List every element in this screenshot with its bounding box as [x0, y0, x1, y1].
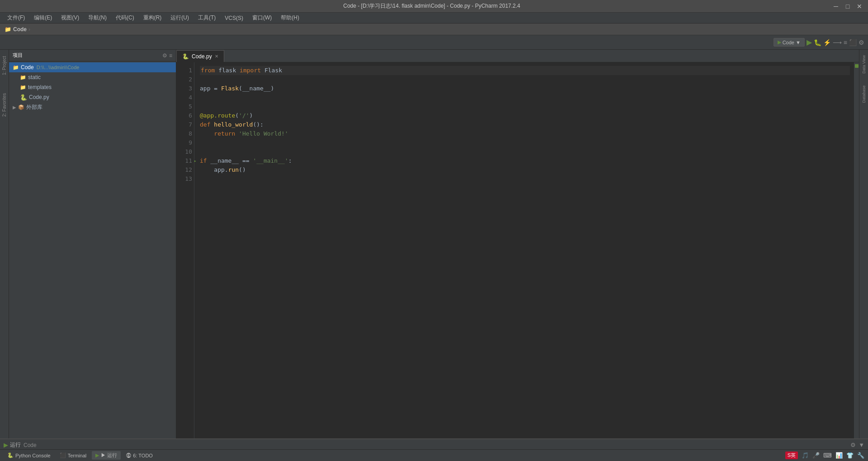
data-view-tab[interactable]: Data View	[861, 52, 867, 77]
bottom-panel-tabs: ▶ 运行 Code	[4, 441, 37, 449]
menu-view[interactable]: 视图(V)	[57, 13, 83, 23]
python-console-label: Python Console	[15, 453, 51, 458]
keyword-return: return	[214, 129, 235, 138]
tree-item-code-py[interactable]: 🐍 Code.py	[9, 92, 176, 102]
todo-label: 6: TODO	[133, 453, 153, 458]
stop-button[interactable]: ⬛	[849, 39, 857, 46]
tree-item-static[interactable]: 📁 static	[9, 72, 176, 82]
panel-collapse-icon[interactable]: ≡	[169, 52, 172, 59]
editor-tab-code-py[interactable]: 🐍 Code.py ✕	[176, 50, 224, 62]
menu-tools[interactable]: 工具(T)	[194, 13, 219, 23]
code-py-icon: 🐍	[20, 94, 27, 101]
line-num-2: 2	[178, 75, 192, 84]
debug-button[interactable]: 🐛	[814, 39, 821, 46]
line-numbers: 1 2 3 4 5 6 7 8 9 10 11 12 13	[176, 62, 194, 438]
run-panel-label[interactable]: 运行	[10, 441, 21, 449]
ime-icon-2[interactable]: 🎤	[812, 452, 820, 459]
run-tab[interactable]: ▶ ▶ 运行	[92, 451, 121, 460]
toolbar-btn-b[interactable]: ≡	[844, 39, 847, 46]
menu-window[interactable]: 窗口(W)	[249, 13, 275, 23]
run-tab-icon-taskbar: ▶	[95, 452, 99, 458]
menu-navigate[interactable]: 导航(N)	[85, 13, 110, 23]
str-hello-world: 'Hello World!'	[239, 129, 288, 138]
static-folder-name: static	[28, 74, 41, 80]
str-main: '__main__'	[253, 156, 288, 165]
ime-icon-5[interactable]: 👕	[846, 452, 854, 459]
keyword-from: from	[201, 66, 215, 75]
line-num-3: 3	[178, 84, 192, 93]
code-line-1: from flask import Flask	[200, 66, 850, 75]
decorator-route: @app.route	[200, 111, 235, 120]
tree-item-templates[interactable]: 📁 templates	[9, 82, 176, 92]
root-path: D:\\...\\admin\\Code	[37, 65, 80, 70]
run-config-selector[interactable]: ▶ Code ▼	[774, 38, 805, 47]
code-line-11: ▶ if __name__ == '__main__' :	[200, 156, 850, 165]
file-tree: 📁 Code D:\\...\\admin\\Code 📁 static 📁 t…	[9, 61, 176, 438]
toolbar: ▶ Code ▼ ▶ 🐛 ⚡ ⟶ ≡ ⬛ ⚙	[0, 35, 868, 50]
tab-bar: 🐍 Code.py ✕	[176, 50, 859, 62]
tree-item-root[interactable]: 📁 Code D:\\...\\admin\\Code	[9, 62, 176, 72]
run-gutter-arrow[interactable]: ▶	[194, 156, 196, 165]
python-console-tab[interactable]: 🐍 Python Console	[4, 451, 54, 460]
fn-flask: Flask	[221, 84, 239, 93]
run-coverage-button[interactable]: ⚡	[823, 39, 831, 46]
ime-icon-6[interactable]: 🔧	[857, 452, 864, 459]
code-editor[interactable]: 1 2 3 4 5 6 7 8 9 10 11 12 13 from flask	[176, 62, 859, 438]
root-folder-name: Code	[21, 64, 34, 71]
menu-refactor[interactable]: 重构(R)	[140, 13, 165, 23]
bottom-panel-controls: ⚙ ▼	[850, 442, 864, 448]
menu-code[interactable]: 代码(C)	[112, 13, 138, 23]
code-line-12: app. run ()	[200, 165, 850, 174]
gear-icon[interactable]: ⚙	[850, 442, 856, 448]
menu-file[interactable]: 文件(F)	[4, 13, 28, 23]
code-content[interactable]: from flask import Flask app = Flask (__n…	[194, 62, 854, 438]
breadcrumb-text[interactable]: Code	[13, 26, 27, 33]
panel-settings-icon[interactable]: ⚙	[162, 52, 167, 59]
line-num-9: 9	[178, 138, 192, 147]
menu-edit[interactable]: 编辑(E)	[30, 13, 56, 23]
line-num-4: 4	[178, 93, 192, 102]
menu-help[interactable]: 帮助(H)	[277, 13, 303, 23]
ime-icon-4[interactable]: 📊	[835, 452, 843, 459]
window-title: Code - [D:\学习日志\14. flask admin\Code] - …	[32, 2, 832, 10]
error-indicator	[855, 64, 859, 68]
code-icon: ▶	[778, 39, 781, 45]
close-button[interactable]: ✕	[855, 2, 863, 10]
expand-icon: ▶	[13, 105, 16, 110]
run-tab-label: ▶ 运行	[101, 452, 117, 459]
todo-icon: ⓺	[126, 453, 131, 458]
tab-close-button[interactable]: ✕	[215, 54, 218, 59]
editor-area: 🐍 Code.py ✕ 1 2 3 4 5 6 7 8 9 10 11 12 1…	[176, 50, 859, 438]
project-vertical-tab[interactable]: 1: Project	[1, 52, 8, 80]
dropdown-icon: ▼	[796, 40, 801, 45]
taskbar: 🐍 Python Console ⬛ Terminal ▶ ▶ 运行 ⓺ 6: …	[0, 449, 868, 461]
sogou-ime[interactable]: S英	[785, 452, 798, 459]
project-panel: 项目 ⚙ ≡ 📁 Code D:\\...\\admin\\Code 📁 sta…	[9, 50, 176, 438]
main-layout: 1: Project 2: Favorites 项目 ⚙ ≡ 📁 Code D:…	[0, 50, 868, 438]
editor-right-indicator	[854, 62, 859, 438]
menu-bar: 文件(F) 编辑(E) 视图(V) 导航(N) 代码(C) 重构(R) 运行(U…	[0, 13, 868, 24]
toolbar-btn-a[interactable]: ⟶	[833, 39, 842, 46]
title-bar: Code - [D:\学习日志\14. flask admin\Code] - …	[0, 0, 868, 13]
database-tab[interactable]: Database	[861, 82, 867, 107]
menu-run[interactable]: 运行(U)	[167, 13, 193, 23]
todo-tab[interactable]: ⓺ 6: TODO	[123, 451, 156, 460]
tree-item-external-libs[interactable]: ▶ 📦 外部库	[9, 102, 176, 112]
breadcrumb-bar: 📁 Code ›	[0, 24, 868, 35]
python-console-icon: 🐍	[7, 452, 14, 458]
run-button[interactable]: ▶	[807, 38, 812, 47]
line-num-12: 12	[178, 165, 192, 174]
settings-button[interactable]: ⚙	[859, 39, 864, 46]
code-line-2	[200, 75, 850, 84]
menu-vcs[interactable]: VCS(S)	[221, 14, 247, 22]
terminal-tab[interactable]: ⬛ Terminal	[56, 451, 90, 460]
ime-icon-1[interactable]: 🎵	[802, 452, 809, 459]
collapse-icon[interactable]: ▼	[859, 442, 864, 448]
maximize-button[interactable]: □	[844, 2, 852, 10]
run-config-tab-name: Code	[24, 442, 37, 448]
line-num-10: 10	[178, 147, 192, 156]
line-num-5: 5	[178, 102, 192, 111]
ime-icon-3[interactable]: ⌨	[823, 452, 832, 459]
minimize-button[interactable]: ─	[832, 2, 840, 10]
favorites-vertical-tab[interactable]: 2: Favorites	[1, 89, 8, 121]
